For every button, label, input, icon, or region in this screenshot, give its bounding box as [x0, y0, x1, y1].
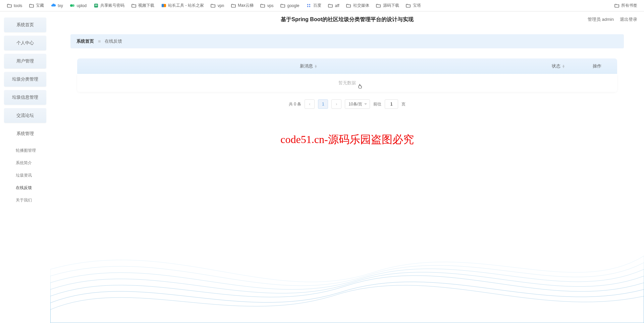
sidebar-item-home[interactable]: 系统首页	[4, 17, 46, 32]
logout-link[interactable]: 退出登录	[620, 16, 637, 22]
svg-point-7	[307, 4, 308, 5]
user-role[interactable]: 管理员 admin	[588, 16, 614, 22]
content: 基于Spring Boot的社区垃圾分类管理平台的设计与实现 管理员 admin…	[50, 11, 644, 323]
sub-item-about[interactable]: 关于我们	[4, 194, 46, 206]
bookmarks-bar: tools宝藏txyuplod共享账号密码视频下载站长工具 - 站长之家vpnM…	[0, 0, 644, 11]
page-num-button[interactable]: 1	[318, 99, 328, 109]
svg-point-10	[309, 6, 310, 7]
uplod-icon	[70, 3, 75, 8]
sidebar-item-trash-info[interactable]: 垃圾信息管理	[4, 90, 46, 105]
sidebar-item-forum[interactable]: 交流论坛	[4, 108, 46, 123]
bookmark-label: 源码下载	[383, 3, 399, 8]
bookmark-item[interactable]: 共享账号密码	[90, 1, 128, 10]
folder-icon	[406, 3, 411, 8]
bookmark-label: 宝塔	[413, 3, 421, 8]
folder-icon	[328, 3, 333, 8]
folder-icon	[211, 3, 216, 8]
sidebar-item-system[interactable]: 系统管理	[4, 126, 46, 141]
sidebar-label: 用户管理	[16, 58, 34, 64]
main-area: 系统首页 ≡ 在线反馈 新消息 ▲▼ 状态 ▲▼ 操作	[50, 28, 644, 323]
bookmark-item[interactable]: vps	[257, 1, 277, 10]
empty-text: 暂无数据	[338, 80, 356, 85]
bookmark-label: txy	[58, 3, 63, 8]
bookmark-label: 视频下载	[138, 3, 154, 8]
bookmark-item[interactable]: 源码下载	[373, 1, 402, 10]
folder-icon	[7, 3, 12, 8]
bookmark-label: 所有书签	[621, 3, 637, 8]
page-next-button[interactable]: ›	[331, 99, 341, 109]
sidebar-item-users[interactable]: 用户管理	[4, 54, 46, 68]
bookmark-item[interactable]: google	[277, 1, 303, 10]
folder-icon	[260, 3, 266, 8]
folder-icon	[376, 3, 381, 8]
sub-item-news[interactable]: 垃圾资讯	[4, 169, 46, 182]
sidebar-label: 系统首页	[16, 22, 34, 28]
bookmark-label: 宝藏	[36, 3, 44, 8]
bookmark-item[interactable]: 站长工具 - 站长之家	[158, 1, 207, 10]
folder-icon	[614, 3, 620, 8]
doc-icon	[93, 3, 99, 8]
svg-point-1	[72, 4, 75, 7]
sidebar-label: 交流论坛	[16, 112, 34, 119]
bookmark-item[interactable]: 视频下载	[128, 1, 158, 10]
bookmark-item[interactable]: txy	[47, 1, 66, 10]
page-size-select[interactable]: 10条/页	[345, 99, 370, 109]
page-prev-button[interactable]: ‹	[305, 99, 315, 109]
folder-icon	[231, 3, 236, 8]
sidebar-label: 垃圾分类管理	[12, 76, 38, 82]
breadcrumb-sep-icon: ≡	[98, 39, 101, 44]
bookmark-item[interactable]: 社交媒体	[343, 1, 373, 10]
goto-label: 前往	[373, 101, 381, 107]
bookmark-label: uplod	[77, 3, 87, 8]
sub-item-intro[interactable]: 系统简介	[4, 157, 46, 169]
col-header-message[interactable]: 新消息 ▲▼	[77, 63, 540, 69]
sub-item-feedback[interactable]: 在线反馈	[4, 182, 46, 194]
baidu-icon	[306, 3, 312, 8]
breadcrumb: 系统首页 ≡ 在线反馈	[70, 34, 624, 48]
bookmark-all[interactable]: 所有书签	[611, 1, 641, 10]
bookmark-item[interactable]: 宝藏	[25, 1, 47, 10]
svg-rect-4	[95, 6, 97, 6]
table-header: 新消息 ▲▼ 状态 ▲▼ 操作	[77, 58, 617, 74]
sub-item-carousel[interactable]: 轮播图管理	[4, 144, 46, 157]
cloud-icon	[51, 3, 56, 8]
sidebar-label: 垃圾信息管理	[12, 94, 38, 100]
page-title: 基于Spring Boot的社区垃圾分类管理平台的设计与实现	[281, 16, 414, 23]
sidebar-label: 个人中心	[16, 40, 34, 46]
goto-input[interactable]	[385, 99, 398, 109]
svg-point-9	[307, 6, 308, 7]
table-body: 暂无数据	[77, 74, 617, 92]
bookmark-label: vps	[267, 3, 274, 8]
sidebar-item-profile[interactable]: 个人中心	[4, 36, 46, 50]
data-table: 新消息 ▲▼ 状态 ▲▼ 操作 暂无数据	[77, 58, 617, 92]
sort-icon: ▲▼	[314, 64, 318, 68]
bookmark-item[interactable]: 宝塔	[402, 1, 424, 10]
bookmark-item[interactable]: Max云梯	[227, 1, 257, 10]
svg-rect-6	[162, 4, 164, 7]
user-info: 管理员 admin 退出登录	[588, 16, 637, 22]
folder-icon	[346, 3, 352, 8]
svg-point-8	[309, 4, 310, 5]
col-header-status[interactable]: 状态 ▲▼	[540, 63, 577, 69]
bookmark-label: 百度	[313, 3, 321, 8]
breadcrumb-home[interactable]: 系统首页	[76, 38, 94, 44]
bookmark-item[interactable]: 百度	[303, 1, 325, 10]
bookmark-label: aff	[335, 3, 339, 8]
bookmark-item[interactable]: tools	[3, 1, 25, 10]
bookmark-item[interactable]: uplod	[66, 1, 90, 10]
sort-icon: ▲▼	[562, 64, 565, 68]
bookmark-label: 共享账号密码	[100, 3, 124, 8]
sidebar-item-trash-category[interactable]: 垃圾分类管理	[4, 72, 46, 87]
cursor-icon	[358, 83, 363, 90]
folder-icon	[29, 3, 34, 8]
bookmark-label: vpn	[218, 3, 224, 8]
bookmark-label: Max云梯	[238, 3, 254, 8]
sub-menu: 轮播图管理 系统简介 垃圾资讯 在线反馈 关于我们	[4, 144, 46, 206]
bookmark-label: tools	[14, 3, 22, 8]
bookmark-label: 站长工具 - 站长之家	[168, 3, 204, 8]
page-total: 共 0 条	[289, 101, 301, 107]
bookmark-item[interactable]: aff	[325, 1, 343, 10]
bookmark-item[interactable]: vpn	[207, 1, 227, 10]
page-suffix: 页	[401, 101, 406, 107]
bookmark-label: 社交媒体	[353, 3, 369, 8]
